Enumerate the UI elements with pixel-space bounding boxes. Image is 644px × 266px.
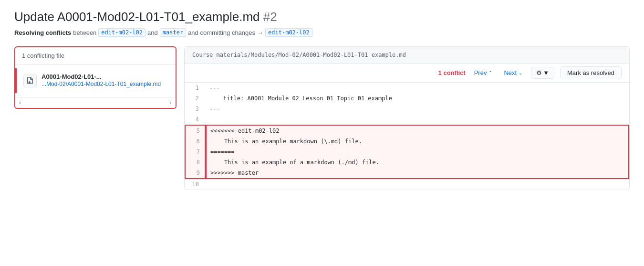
and1-text: and xyxy=(147,29,158,36)
gear-button[interactable]: ⚙ ▼ xyxy=(531,67,554,79)
code-line: 7======= xyxy=(186,147,628,157)
line-number: 8 xyxy=(186,157,205,168)
code-line: 2 title: A0001 Module 02 Lesson 01 Topic… xyxy=(185,93,629,104)
line-content: title: A0001 Module 02 Lesson 01 Topic 0… xyxy=(206,93,629,104)
line-content: >>>>>>> master xyxy=(207,168,628,178)
line-number: 4 xyxy=(185,114,204,125)
code-line: 9>>>>>>> master xyxy=(186,168,628,178)
resolving-label: Resolving conflicts xyxy=(14,29,71,36)
code-line: 6 This is an example markdown (\.md) fil… xyxy=(186,136,628,147)
file-info: A0001-Mod02-L01-... ...Mod-02/A0001-Mod0… xyxy=(42,73,161,88)
code-area: 1---2 title: A0001 Module 02 Lesson 01 T… xyxy=(185,83,629,190)
file-path: ...Mod-02/A0001-Mod02-L01-T01_example.md xyxy=(42,80,161,88)
pr-number: #2 xyxy=(263,10,277,24)
target-branch-tag[interactable]: edit-m02-l02 xyxy=(265,28,312,37)
conflicting-files-header: 1 conflicting file xyxy=(15,47,176,64)
arrow-icon: → xyxy=(257,29,263,36)
file-header: Course_materials/Modules/Mod-02/A0001-Mo… xyxy=(185,47,629,64)
conflict-block: 5<<<<<<< edit-m02-l026 This is an exampl… xyxy=(185,125,629,179)
list-item[interactable]: A0001-Mod02-L01-... ...Mod-02/A0001-Mod0… xyxy=(15,68,176,93)
page-title: Update A0001-Mod02-L01-T01_example.md #2 xyxy=(14,10,630,24)
chevron-up-icon: ⌃ xyxy=(488,70,492,75)
chevron-down-icon: ⌄ xyxy=(519,70,522,75)
file-list: A0001-Mod02-L01-... ...Mod-02/A0001-Mod0… xyxy=(15,68,176,93)
prev-button[interactable]: Prev ⌃ xyxy=(471,67,496,78)
branch2-tag[interactable]: master xyxy=(160,28,186,37)
right-panel: Course_materials/Modules/Mod-02/A0001-Mo… xyxy=(184,46,630,190)
main-content: 1 conflicting file A0001-Mod02-L01-... .… xyxy=(14,46,630,190)
conflict-count: 1 conflict xyxy=(438,69,466,76)
line-number: 7 xyxy=(186,147,205,157)
title-text: Update A0001-Mod02-L01-T01_example.md xyxy=(14,10,260,24)
next-button[interactable]: Next ⌄ xyxy=(501,67,525,78)
scroll-right-icon[interactable]: › xyxy=(170,99,172,106)
line-number: 3 xyxy=(185,104,204,114)
code-line: 10 xyxy=(185,179,629,190)
scroll-indicator: ‹ › xyxy=(15,97,176,108)
line-content xyxy=(206,114,629,116)
line-content: --- xyxy=(206,104,629,114)
line-content: This is an example markdown (\.md) file. xyxy=(207,136,628,147)
code-line: 4 xyxy=(185,114,629,125)
line-content: ======= xyxy=(207,147,628,157)
between-text: between xyxy=(73,29,96,36)
line-number: 2 xyxy=(185,93,204,104)
line-content: This is an example of a markdown (./md) … xyxy=(207,157,628,168)
gear-dropdown-icon: ▼ xyxy=(543,69,549,76)
conflict-toolbar: 1 conflict Prev ⌃ Next ⌄ ⚙ ▼ Mark as res… xyxy=(185,64,629,83)
code-line: 8 This is an example of a markdown (./md… xyxy=(186,157,628,168)
line-number: 6 xyxy=(186,136,205,147)
line-number: 1 xyxy=(185,83,204,93)
mark-resolved-button[interactable]: Mark as resolved xyxy=(560,66,622,79)
and2-text: and committing changes xyxy=(188,29,255,36)
code-line: 1--- xyxy=(185,83,629,93)
prev-label: Prev xyxy=(474,69,487,76)
branch1-tag[interactable]: edit-m02-l02 xyxy=(98,28,145,37)
code-line: 5<<<<<<< edit-m02-l02 xyxy=(186,126,628,136)
line-content: <<<<<<< edit-m02-l02 xyxy=(207,126,628,136)
left-panel: 1 conflicting file A0001-Mod02-L01-... .… xyxy=(14,46,177,109)
line-number: 5 xyxy=(186,126,205,136)
line-number: 10 xyxy=(185,179,204,190)
scroll-left-icon[interactable]: ‹ xyxy=(19,99,21,106)
line-number: 9 xyxy=(186,168,205,178)
code-line: 3--- xyxy=(185,104,629,114)
file-name: A0001-Mod02-L01-... xyxy=(42,73,161,80)
next-label: Next xyxy=(504,69,517,76)
file-icon xyxy=(23,74,37,87)
gear-icon: ⚙ xyxy=(536,69,542,76)
subtitle-bar: Resolving conflicts between edit-m02-l02… xyxy=(14,28,630,37)
line-content xyxy=(206,179,629,181)
line-content: --- xyxy=(206,83,629,93)
